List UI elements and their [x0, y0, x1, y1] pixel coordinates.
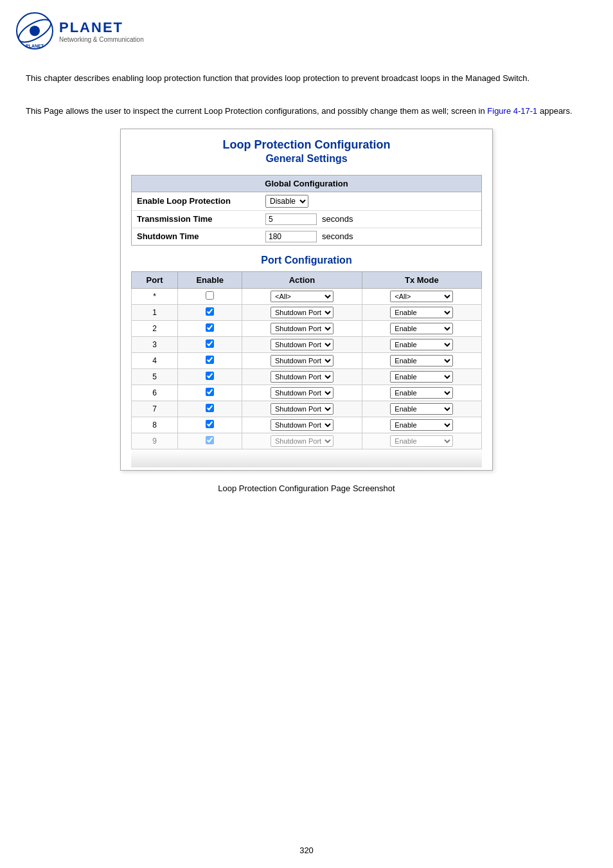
caption-text: Loop Protection Configuration Page Scree… — [26, 484, 587, 493]
port-cell: 3 — [132, 336, 178, 352]
logo-planet-text: PLANET — [59, 19, 144, 36]
action-cell: <All>Shutdown PortNone — [242, 368, 362, 384]
txmode-cell: <All>EnableDisable — [362, 384, 481, 401]
enable-checkbox[interactable] — [206, 436, 214, 444]
enable-checkbox[interactable] — [206, 291, 214, 300]
action-cell: <All>Shutdown PortNone — [242, 384, 362, 401]
txmode-cell: <All>EnableDisable — [362, 417, 481, 433]
action-select[interactable]: <All>Shutdown PortNone — [271, 403, 333, 415]
action-select[interactable]: <All>Shutdown PortNone — [271, 419, 333, 431]
page-description: This Page allows the user to inspect the… — [26, 105, 587, 118]
port-table: Port Enable Action Tx Mode *<All>Shutdow… — [131, 271, 482, 449]
svg-point-2 — [30, 26, 40, 36]
transmission-time-label: Transmission Time — [137, 214, 265, 224]
enable-cell — [178, 288, 242, 304]
port-cell: * — [132, 288, 178, 304]
page-number: 320 — [299, 845, 314, 855]
enable-checkbox[interactable] — [206, 388, 214, 396]
port-cell: 2 — [132, 320, 178, 336]
page-desc-text2: appears. — [537, 106, 572, 116]
txmode-select[interactable]: <All>EnableDisable — [390, 307, 453, 318]
table-row: 2<All>Shutdown PortNone<All>EnableDisabl… — [132, 320, 482, 336]
intro-paragraph: This chapter describes enabling loop pro… — [26, 72, 587, 86]
table-row: 4<All>Shutdown PortNone<All>EnableDisabl… — [132, 352, 482, 368]
shutdown-time-row: Shutdown Time seconds — [132, 228, 481, 245]
txmode-select[interactable]: <All>EnableDisable — [390, 435, 453, 447]
enable-loop-row: Enable Loop Protection Disable Enable — [132, 192, 481, 211]
action-select[interactable]: <All>Shutdown PortNone — [271, 291, 333, 302]
port-table-body: *<All>Shutdown PortNone<All>EnableDisabl… — [132, 288, 482, 449]
action-select[interactable]: <All>Shutdown PortNone — [271, 307, 333, 318]
transmission-time-row: Transmission Time seconds — [132, 211, 481, 228]
enable-loop-select[interactable]: Disable Enable — [265, 195, 308, 208]
logo-tagline-text: Networking & Communication — [59, 36, 144, 43]
shutdown-time-input[interactable] — [265, 231, 317, 242]
transmission-time-value: seconds — [265, 213, 476, 225]
enable-checkbox[interactable] — [206, 323, 214, 332]
planet-logo-icon: PLANET — [15, 12, 54, 50]
txmode-select[interactable]: <All>EnableDisable — [390, 387, 453, 399]
col-txmode: Tx Mode — [362, 271, 481, 288]
action-select[interactable]: <All>Shutdown PortNone — [271, 355, 333, 366]
enable-checkbox[interactable] — [206, 356, 214, 364]
action-cell: <All>Shutdown PortNone — [242, 352, 362, 368]
enable-checkbox[interactable] — [206, 307, 214, 316]
logo-area: PLANET PLANET Networking & Communication — [15, 12, 598, 50]
intro-text: This chapter describes enabling loop pro… — [26, 73, 529, 83]
txmode-select[interactable]: <All>EnableDisable — [390, 403, 453, 415]
port-cell: 5 — [132, 368, 178, 384]
port-cell: 6 — [132, 384, 178, 401]
action-select[interactable]: <All>Shutdown PortNone — [271, 339, 333, 350]
txmode-select[interactable]: <All>EnableDisable — [390, 323, 453, 334]
txmode-select[interactable]: <All>EnableDisable — [390, 371, 453, 383]
txmode-select[interactable]: <All>EnableDisable — [390, 419, 453, 431]
enable-checkbox[interactable] — [206, 420, 214, 428]
enable-loop-label: Enable Loop Protection — [137, 196, 265, 206]
table-row: 7<All>Shutdown PortNone<All>EnableDisabl… — [132, 401, 482, 417]
action-cell: <All>Shutdown PortNone — [242, 433, 362, 449]
txmode-cell: <All>EnableDisable — [362, 433, 481, 449]
txmode-cell: <All>EnableDisable — [362, 401, 481, 417]
txmode-cell: <All>EnableDisable — [362, 352, 481, 368]
port-cell: 9 — [132, 433, 178, 449]
txmode-cell: <All>EnableDisable — [362, 368, 481, 384]
txmode-select[interactable]: <All>EnableDisable — [390, 339, 453, 350]
action-select[interactable]: <All>Shutdown PortNone — [271, 371, 333, 383]
port-cell: 1 — [132, 304, 178, 320]
enable-checkbox[interactable] — [206, 372, 214, 380]
port-config-title: Port Configuration — [121, 255, 492, 266]
port-cell: 7 — [132, 401, 178, 417]
transmission-time-input[interactable] — [265, 213, 317, 225]
table-row: 3<All>Shutdown PortNone<All>EnableDisabl… — [132, 336, 482, 352]
config-title-main: Loop Protection Configuration — [126, 138, 487, 152]
action-select[interactable]: <All>Shutdown PortNone — [271, 323, 333, 334]
txmode-select[interactable]: <All>EnableDisable — [390, 291, 453, 302]
action-cell: <All>Shutdown PortNone — [242, 304, 362, 320]
enable-cell — [178, 320, 242, 336]
port-table-header-row: Port Enable Action Tx Mode — [132, 271, 482, 288]
enable-checkbox[interactable] — [206, 404, 214, 412]
figure-link[interactable]: Figure 4-17-1 — [487, 106, 537, 116]
table-row: 1<All>Shutdown PortNone<All>EnableDisabl… — [132, 304, 482, 320]
enable-cell — [178, 384, 242, 401]
config-title-block: Loop Protection Configuration General Se… — [121, 129, 492, 167]
config-title-sub: General Settings — [126, 153, 487, 165]
action-cell: <All>Shutdown PortNone — [242, 401, 362, 417]
txmode-select[interactable]: <All>EnableDisable — [390, 355, 453, 366]
global-config-section: Global Configuration Enable Loop Protect… — [131, 175, 482, 246]
port-cell: 8 — [132, 417, 178, 433]
action-select[interactable]: <All>Shutdown PortNone — [271, 387, 333, 399]
enable-loop-value: Disable Enable — [265, 195, 476, 208]
action-select[interactable]: <All>Shutdown PortNone — [271, 435, 333, 447]
action-cell: <All>Shutdown PortNone — [242, 288, 362, 304]
shutdown-time-unit: seconds — [322, 231, 353, 241]
header: PLANET PLANET Networking & Communication — [0, 0, 613, 57]
txmode-cell: <All>EnableDisable — [362, 304, 481, 320]
table-bottom-fade — [131, 449, 482, 467]
enable-checkbox[interactable] — [206, 339, 214, 348]
svg-text:PLANET: PLANET — [26, 44, 44, 48]
enable-cell — [178, 417, 242, 433]
enable-cell — [178, 433, 242, 449]
shutdown-time-label: Shutdown Time — [137, 231, 265, 241]
txmode-cell: <All>EnableDisable — [362, 288, 481, 304]
